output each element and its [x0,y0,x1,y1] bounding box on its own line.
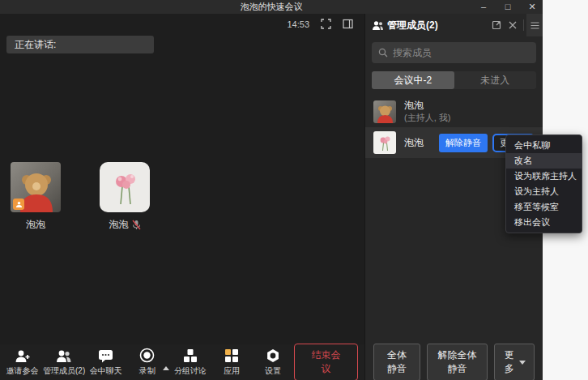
popout-panel-icon[interactable] [488,17,505,33]
record-icon [139,348,155,363]
tab-in-meeting[interactable]: 会议中-2 [372,71,454,89]
manage-members-button[interactable]: 管理成员(2) [43,348,85,377]
tab-not-joined[interactable]: 未进入 [454,71,537,89]
flower-avatar [100,162,150,212]
meeting-toolbar: 邀请参会 管理成员(2) 会中聊天 录制 [0,344,364,380]
members-panel-icon [372,20,384,31]
meeting-timer: 14:53 [287,19,309,29]
video-tile-guest[interactable]: 泡泡 [100,162,150,232]
close-panel-icon[interactable] [505,17,521,33]
invite-button[interactable]: 邀请参会 [2,348,43,377]
apps-grid-icon [224,348,239,363]
active-speaker-box: 正在讲话: [6,36,154,53]
window-title: 泡泡的快速会议 [241,1,303,13]
fullscreen-icon[interactable] [321,19,331,29]
breakout-squares-icon [183,348,198,363]
panel-menu-icon[interactable] [526,14,543,36]
apps-button[interactable]: 应用 [211,348,253,377]
tile-name-label: 泡泡 [26,218,45,232]
close-icon[interactable]: ✕ [526,0,538,14]
member-info: 泡泡 (主持人, 我) [404,100,450,123]
search-box[interactable] [372,42,536,63]
mic-muted-icon [132,220,141,230]
member-name: 泡泡 [404,100,450,112]
minimize-icon[interactable]: – [478,0,489,14]
panel-footer: 全体静音 解除全体静音 更多 [365,344,543,380]
members-icon [56,348,72,363]
menu-item-private-chat[interactable]: 会中私聊 [506,138,582,153]
invite-person-icon [15,348,31,363]
search-members-input[interactable] [393,47,514,58]
member-tabs: 会议中-2 未进入 [372,71,536,89]
member-name: 泡泡 [404,137,424,149]
end-meeting-button[interactable]: 结束会议 [294,344,358,380]
header-divider [523,19,524,31]
member-info: 泡泡 [404,137,424,149]
unmute-all-button[interactable]: 解除全体静音 [427,344,488,380]
stage-status-bar: 14:53 [287,19,353,29]
member-row-host[interactable]: 泡泡 (主持人, 我) [365,96,543,127]
search-icon [378,48,388,58]
video-stage: 14:53 正在讲话: [0,14,364,344]
breakout-rooms-button[interactable]: 分组讨论 [169,348,211,377]
chat-bubble-icon [98,348,113,363]
desktop: 泡泡的快速会议 – □ ✕ 14:53 正在讲话: [0,0,588,380]
video-tiles: 泡泡 泡泡 [11,162,150,232]
titlebar: 泡泡的快速会议 – □ ✕ [0,0,543,14]
unmute-button[interactable]: 解除静音 [439,134,488,152]
chat-button[interactable]: 会中聊天 [85,348,126,377]
menu-item-remove-from-meeting[interactable]: 移出会议 [506,215,582,230]
footer-more-button[interactable]: 更多 [494,344,535,380]
tile-name-label: 泡泡 [109,218,141,232]
menu-item-move-to-waiting-room[interactable]: 移至等候室 [506,199,582,215]
menu-item-make-host[interactable]: 设为主持人 [506,184,582,199]
mute-all-button[interactable]: 全体静音 [373,344,420,380]
panel-header-actions [488,14,543,36]
active-speaker-label: 正在讲话: [15,38,56,52]
panel-title: 管理成员(2) [387,19,438,32]
record-options-caret-icon[interactable] [163,366,169,370]
meeting-window: 泡泡的快速会议 – □ ✕ 14:53 正在讲话: [0,0,543,380]
member-role-label: (主持人, 我) [404,112,450,123]
member-more-menu: 会中私聊 改名 设为联席主持人 设为主持人 移至等候室 移出会议 [505,134,582,233]
window-controls: – □ ✕ [478,0,538,14]
host-badge-icon [13,199,24,210]
avatar [373,100,396,123]
menu-item-make-cohost[interactable]: 设为联席主持人 [506,169,582,184]
teddy-bear-avatar [11,162,61,212]
layout-toggle-icon[interactable] [343,19,353,29]
maximize-icon[interactable]: □ [502,0,513,14]
chevron-down-icon [519,361,526,365]
menu-item-rename[interactable]: 改名 [506,153,582,169]
record-button[interactable]: 录制 [126,348,168,377]
settings-gear-icon [266,348,280,363]
video-tile-host[interactable]: 泡泡 [11,162,61,232]
avatar [373,131,396,154]
panel-header: 管理成员(2) [365,14,543,36]
settings-button[interactable]: 设置 [253,348,294,377]
